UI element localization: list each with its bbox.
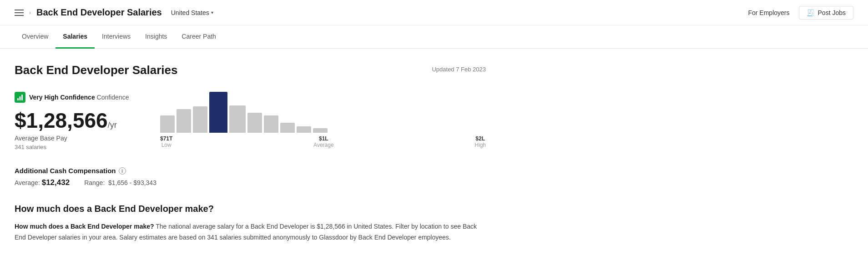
briefcase-icon: 🧾	[807, 9, 814, 16]
header-left: › Back End Developer Salaries United Sta…	[15, 7, 748, 18]
chevron-down-icon: ▾	[211, 10, 213, 15]
range-value: $1,656 - $93,343	[108, 179, 156, 186]
for-employers-link[interactable]: For Employers	[748, 9, 789, 16]
salary-per-year: /yr	[108, 120, 117, 130]
chart-label-average: $1L Average	[313, 135, 333, 148]
section-header: Back End Developer Salaries Updated 7 Fe…	[15, 63, 486, 77]
svg-rect-0	[17, 98, 19, 100]
tab-salaries[interactable]: Salaries	[56, 25, 95, 49]
average-value: $12,432	[42, 178, 70, 187]
bar-chart	[160, 92, 328, 133]
chart-bar-4	[229, 105, 246, 133]
nav-tabs: Overview Salaries Interviews Insights Ca…	[0, 25, 868, 49]
confidence-label: Very High Confidence Confidence	[29, 94, 129, 101]
chart-bar-7	[280, 123, 295, 133]
section-title: Back End Developer Salaries	[15, 63, 177, 77]
info-icon[interactable]: i	[119, 167, 126, 175]
post-jobs-label: Post Jobs	[818, 9, 846, 16]
chart-bar-5	[247, 113, 262, 133]
breadcrumb-arrow: ›	[29, 10, 31, 16]
chart-label-high: $2L High	[474, 135, 486, 148]
chart-bar-0	[160, 115, 175, 133]
updated-text: Updated 7 Feb 2023	[432, 66, 486, 73]
additional-compensation-section: Additional Cash Compensation i Average: …	[15, 167, 486, 187]
post-jobs-button[interactable]: 🧾 Post Jobs	[799, 6, 853, 20]
chart-bar-6	[264, 115, 278, 133]
chart-bar-2	[193, 106, 207, 133]
svg-rect-1	[20, 96, 21, 100]
range-label: Range: $1,656 - $93,343	[84, 179, 156, 186]
chart-bar-9	[313, 128, 328, 133]
chart-label-low: $71T Low	[160, 135, 172, 148]
tab-overview[interactable]: Overview	[15, 25, 56, 49]
chart-labels: $71T Low $1L Average $2L High	[160, 135, 486, 148]
location-selector[interactable]: United States ▾	[171, 9, 213, 16]
chart-area: $71T Low $1L Average $2L High	[160, 92, 486, 148]
question-section: How much does a Back End Developer make?…	[15, 204, 486, 243]
salary-left: Very High Confidence Confidence $1,28,56…	[15, 92, 133, 150]
confidence-badge: Very High Confidence Confidence	[15, 92, 133, 103]
location-label: United States	[171, 9, 209, 16]
page-title: Back End Developer Salaries	[36, 7, 162, 18]
tab-interviews[interactable]: Interviews	[95, 25, 138, 49]
tab-career-path[interactable]: Career Path	[174, 25, 223, 49]
main-content: Back End Developer Salaries Updated 7 Fe…	[0, 49, 500, 258]
chart-bar-8	[297, 126, 311, 133]
additional-values: Average: $12,432 Range: $1,656 - $93,343	[15, 178, 486, 187]
average-label: Average: $12,432	[15, 178, 70, 187]
chart-bar-3	[209, 92, 227, 133]
salary-amount: $1,28,566/yr	[15, 110, 133, 131]
confidence-icon	[15, 92, 25, 103]
hamburger-menu-icon[interactable]	[15, 10, 24, 16]
salary-section: Very High Confidence Confidence $1,28,56…	[15, 92, 486, 150]
question-title: How much does a Back End Developer make?	[15, 204, 486, 214]
salary-count: 341 salaries	[15, 144, 133, 150]
additional-compensation-title: Additional Cash Compensation i	[15, 167, 486, 175]
header-right: For Employers 🧾 Post Jobs	[748, 6, 853, 20]
svg-rect-2	[21, 95, 23, 100]
salary-label: Average Base Pay	[15, 135, 133, 142]
question-body: How much does a Back End Developer make?…	[15, 221, 486, 243]
chart-bar-1	[177, 109, 191, 133]
header: › Back End Developer Salaries United Sta…	[0, 0, 868, 25]
tab-insights[interactable]: Insights	[138, 25, 174, 49]
